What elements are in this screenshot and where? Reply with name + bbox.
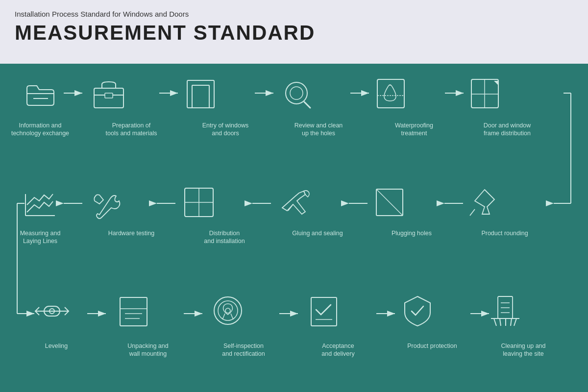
- svg-text:Laying Lines: Laying Lines: [23, 238, 57, 245]
- svg-rect-9: [187, 80, 214, 108]
- step-icon-self-inspect: [214, 297, 242, 324]
- step-icon-hardware: [94, 195, 120, 219]
- svg-text:Distribution: Distribution: [209, 230, 240, 237]
- svg-text:and delivery: and delivery: [321, 350, 355, 357]
- svg-marker-23: [494, 81, 498, 85]
- step-icon-distrib: [185, 188, 213, 217]
- svg-text:leaving the site: leaving the site: [503, 350, 543, 357]
- svg-text:and installation: and installation: [204, 238, 245, 245]
- svg-text:Self-inspection: Self-inspection: [223, 343, 264, 349]
- step-icon-info: [27, 86, 54, 105]
- svg-text:frame distribution: frame distribution: [484, 130, 531, 137]
- svg-text:Product rounding: Product rounding: [481, 230, 528, 237]
- step-icon-unpack: [120, 297, 147, 326]
- svg-rect-7: [105, 93, 113, 98]
- svg-rect-47: [120, 297, 147, 326]
- step-icon-review: [286, 82, 310, 108]
- header-title: MEASUREMENT STANDARD: [15, 21, 573, 45]
- svg-text:treatment: treatment: [401, 130, 427, 137]
- svg-text:wall mounting: wall mounting: [129, 350, 167, 357]
- svg-text:Hardware testing: Hardware testing: [108, 230, 155, 237]
- svg-text:Waterproofing: Waterproofing: [395, 122, 433, 129]
- svg-text:Measuring and: Measuring and: [20, 230, 61, 237]
- svg-text:Door and window: Door and window: [484, 122, 532, 129]
- header: Installation Process Standard for Window…: [0, 0, 588, 64]
- step-icon-waterproof: [377, 79, 404, 108]
- svg-line-37: [376, 189, 403, 216]
- step-icon-level: [35, 306, 69, 316]
- main-diagram: Information and technology exchange Prep…: [0, 64, 588, 392]
- step-icon-accept: [311, 297, 337, 326]
- svg-text:Review and clean: Review and clean: [294, 122, 343, 129]
- svg-line-39: [470, 209, 475, 216]
- svg-text:up the holes: up the holes: [302, 130, 335, 137]
- step-icon-frame: [471, 79, 498, 108]
- svg-point-15: [290, 87, 303, 99]
- step-icon-glue: [282, 191, 309, 214]
- svg-text:Unpacking and: Unpacking and: [127, 343, 168, 349]
- step-icon-protect: [405, 296, 430, 326]
- process-flow-svg: Information and technology exchange Prep…: [10, 74, 578, 387]
- svg-text:and rectification: and rectification: [222, 350, 265, 357]
- svg-text:Cleaning up and: Cleaning up and: [501, 343, 545, 349]
- step-icon-clean: [491, 296, 519, 326]
- svg-text:technology exchange: technology exchange: [11, 130, 69, 137]
- svg-text:Product protection: Product protection: [407, 343, 457, 349]
- svg-text:Preparation of: Preparation of: [112, 122, 151, 129]
- svg-text:tools and materials: tools and materials: [106, 130, 157, 137]
- step-icon-plug: [376, 189, 403, 216]
- step-icon-measure: [25, 194, 55, 216]
- svg-text:Gluing and sealing: Gluing and sealing: [292, 230, 343, 237]
- svg-text:Information and: Information and: [19, 122, 62, 129]
- svg-text:Plugging holes: Plugging holes: [392, 230, 432, 237]
- svg-point-13: [286, 82, 307, 104]
- step-icon-entry: [187, 80, 214, 108]
- svg-text:Acceptance: Acceptance: [322, 343, 354, 349]
- svg-rect-10: [192, 85, 209, 108]
- svg-point-52: [225, 308, 230, 313]
- svg-line-14: [304, 102, 310, 108]
- svg-text:Leveling: Leveling: [45, 343, 68, 349]
- svg-rect-17: [377, 79, 404, 108]
- svg-text:Entry of windows: Entry of windows: [202, 122, 248, 129]
- step-icon-prep: [94, 82, 123, 108]
- header-subtitle: Installation Process Standard for Window…: [15, 10, 573, 18]
- svg-text:and doors: and doors: [212, 130, 239, 137]
- step-icon-product-round: [470, 190, 494, 216]
